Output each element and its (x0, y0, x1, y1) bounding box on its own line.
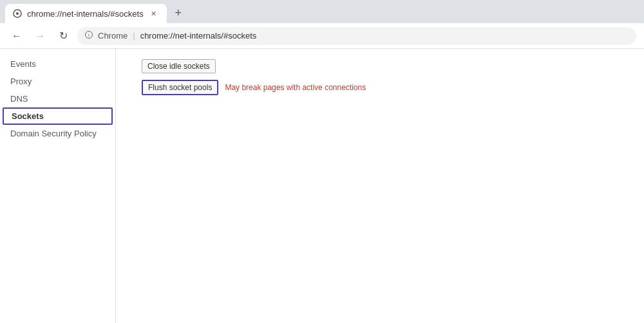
svg-text:i: i (88, 32, 90, 38)
address-bar[interactable]: i Chrome | chrome://net-internals/#socke… (77, 27, 636, 45)
page-content: Events Proxy DNS Sockets Domain Security… (0, 49, 644, 323)
tab-bar: chrome://net-internals/#sockets ✕ + (0, 0, 644, 23)
flush-warning-text: May break pages with active connections (225, 83, 366, 92)
new-tab-button[interactable]: + (169, 4, 187, 22)
forward-button: → (31, 27, 49, 45)
sidebar-item-dns[interactable]: DNS (0, 90, 115, 107)
sidebar: Events Proxy DNS Sockets Domain Security… (0, 49, 116, 323)
close-idle-sockets-button[interactable]: Close idle sockets (142, 59, 216, 73)
active-tab[interactable]: chrome://net-internals/#sockets ✕ (5, 4, 167, 23)
sidebar-item-domain-security-policy[interactable]: Domain Security Policy (0, 125, 115, 142)
tab-title: chrome://net-internals/#sockets (27, 9, 144, 19)
sidebar-item-sockets[interactable]: Sockets (3, 107, 113, 125)
site-name: Chrome (98, 31, 128, 41)
svg-point-1 (16, 12, 19, 15)
nav-bar: ← → ↻ i Chrome | chrome://net-internals/… (0, 23, 644, 49)
secure-icon: i (85, 31, 93, 41)
reload-button[interactable]: ↻ (54, 27, 72, 45)
list-item: Flush socket pools May break pages with … (142, 80, 631, 95)
address-separator: | (133, 31, 135, 41)
list-item: Close idle sockets (142, 59, 631, 73)
address-url: chrome://net-internals/#sockets (140, 31, 257, 41)
tab-close-button[interactable]: ✕ (149, 8, 159, 19)
sidebar-item-events[interactable]: Events (0, 55, 115, 73)
main-area: Close idle sockets Flush socket pools Ma… (116, 49, 644, 323)
back-button[interactable]: ← (8, 27, 26, 45)
flush-socket-pools-button[interactable]: Flush socket pools (142, 80, 218, 95)
tab-favicon-icon (13, 9, 22, 18)
sidebar-item-proxy[interactable]: Proxy (0, 73, 115, 90)
action-list: Close idle sockets Flush socket pools Ma… (129, 59, 631, 95)
